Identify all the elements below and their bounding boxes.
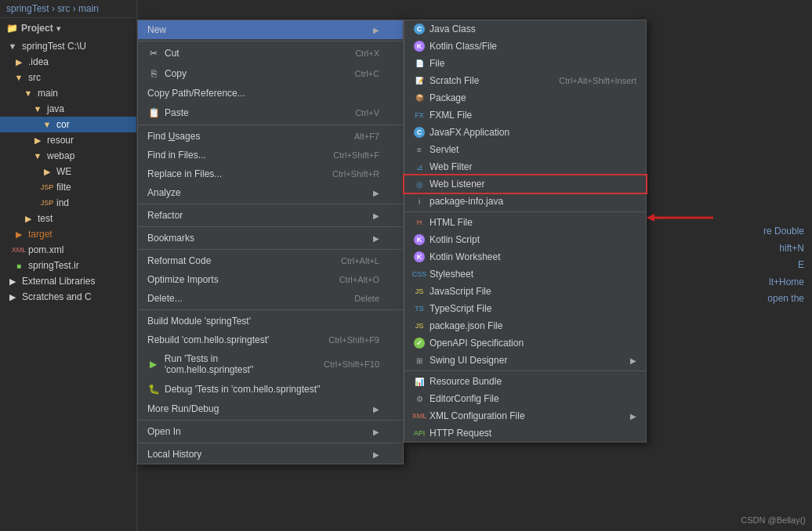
- tree-item-label: WE: [56, 166, 71, 177]
- context-menu-bookmarks[interactable]: Bookmarks ▶: [138, 229, 403, 247]
- context-menu-rebuild[interactable]: Rebuild 'com.hello.springtest' Ctrl+Shif…: [138, 331, 403, 349]
- menu-item-label: 🐛 Debug 'Tests in 'com.hello.springtest'…: [147, 383, 321, 396]
- tree-item-scratches[interactable]: ▶ Scratches and C: [0, 289, 136, 305]
- context-menu-build-module[interactable]: Build Module 'springTest': [138, 312, 403, 331]
- folder-icon: ▼: [13, 71, 25, 84]
- new-xml-config[interactable]: XML XML Configuration File ▶: [404, 407, 646, 424]
- context-menu-replace-files[interactable]: Replace in Files... Ctrl+Shift+R: [138, 164, 403, 183]
- item-left: ✓ OpenAPI Specification: [414, 338, 524, 349]
- new-swing-designer[interactable]: ⊞ Swing UI Designer ▶: [404, 352, 646, 369]
- analyze-label: Analyze: [147, 187, 181, 198]
- menu-item-label: Bookmarks: [147, 233, 194, 244]
- xml-icon: XML: [13, 244, 25, 256]
- file-label: File: [430, 58, 444, 69]
- java-file-icon: JSP: [41, 197, 53, 209]
- new-servlet[interactable]: ≡ Servlet: [404, 141, 646, 158]
- new-ts-file[interactable]: TS TypeScript File: [404, 300, 646, 317]
- tree-item-java[interactable]: ▼ java: [0, 101, 136, 117]
- build-module-label: Build Module 'springTest': [147, 316, 251, 327]
- stylesheet-label: Stylesheet: [430, 269, 473, 280]
- menu-item-label: Open In: [147, 426, 181, 437]
- context-menu-find-usages[interactable]: Find Usages Alt+F7: [138, 127, 403, 146]
- new-scratch-file[interactable]: 📝 Scratch File Ctrl+Alt+Shift+Insert: [404, 72, 646, 89]
- tree-item-external-libraries[interactable]: ▶ External Libraries: [0, 273, 136, 289]
- new-openapi[interactable]: ✓ OpenAPI Specification: [404, 334, 646, 352]
- tree-item-src[interactable]: ▼ src: [0, 70, 136, 85]
- tree-item-ind[interactable]: JSP ind: [0, 195, 136, 211]
- tree-item-filte[interactable]: JSP filte: [0, 179, 136, 195]
- delete-shortcut: Delete: [354, 294, 379, 303]
- tree-item-springtest-ir[interactable]: ■ springTest.ir: [0, 258, 136, 273]
- menu-item-label: Analyze: [147, 187, 181, 198]
- context-menu-cut[interactable]: ✂ Cut Ctrl+X: [138, 43, 403, 63]
- context-menu-analyze[interactable]: Analyze ▶: [138, 183, 403, 202]
- context-menu-new[interactable]: New ▶: [138, 20, 403, 39]
- js-label: JavaScript File: [430, 286, 491, 297]
- context-menu-reformat[interactable]: Reformat Code Ctrl+Alt+L: [138, 251, 403, 270]
- context-menu-paste[interactable]: 📋 Paste Ctrl+V: [138, 103, 403, 123]
- new-http-request[interactable]: API HTTP Request: [404, 424, 646, 442]
- optimize-imports-label: Optimize Imports: [147, 274, 219, 285]
- context-menu-copy-path[interactable]: Copy Path/Reference...: [138, 84, 403, 103]
- new-package[interactable]: 📦 Package: [404, 89, 646, 107]
- tree-item-target[interactable]: ▶ target: [0, 226, 136, 242]
- javafx-icon: C: [414, 127, 425, 138]
- submenu-arrow-icon: ▶: [373, 211, 379, 220]
- paste-shortcut: Ctrl+V: [355, 108, 379, 117]
- context-menu-local-history[interactable]: Local History ▶: [138, 445, 403, 464]
- new-fxml[interactable]: FX FXML File: [404, 107, 646, 124]
- item-left: K Kotlin Class/File: [414, 41, 497, 52]
- new-stylesheet[interactable]: CSS Stylesheet: [404, 266, 646, 283]
- tree-item-label: springTest C:\U: [22, 41, 86, 52]
- new-pkg-json[interactable]: JS package.json File: [404, 317, 646, 334]
- context-menu-refactor[interactable]: Refactor ▶: [138, 206, 403, 225]
- tree-item-springtest[interactable]: ▼ springTest C:\U: [0, 38, 136, 54]
- new-web-filter[interactable]: ⊿ Web Filter: [404, 158, 646, 175]
- tree-item-resour[interactable]: ▶ resour: [0, 132, 136, 148]
- new-package-info[interactable]: i package-info.java: [404, 193, 646, 210]
- tree-item-main[interactable]: ▼ main: [0, 85, 136, 101]
- html-icon: H: [414, 217, 425, 228]
- breadcrumb: springTest › src › main: [0, 0, 136, 18]
- new-java-class[interactable]: C Java Class: [404, 20, 646, 38]
- context-menu-open-in[interactable]: Open In ▶: [138, 422, 403, 441]
- tree-item-label: pom.xml: [28, 244, 63, 255]
- menu-item-label: ⎘ Copy: [147, 67, 187, 80]
- context-menu-copy[interactable]: ⎘ Copy Ctrl+C: [138, 63, 403, 84]
- editorconfig-label: EditorConfig File: [430, 393, 499, 404]
- new-html-file[interactable]: H HTML File: [404, 214, 646, 231]
- new-kotlin-script[interactable]: K Kotlin Script: [404, 231, 646, 248]
- javafx-label: JavaFX Application: [430, 127, 509, 138]
- context-menu-more-run[interactable]: More Run/Debug ▶: [138, 399, 403, 418]
- tree-item-pom[interactable]: XML pom.xml: [0, 242, 136, 258]
- new-js-file[interactable]: JS JavaScript File: [404, 283, 646, 300]
- menu-item-label: ▶ Run 'Tests in 'com.hello.springtest'': [147, 353, 308, 375]
- context-menu-optimize-imports[interactable]: Optimize Imports Ctrl+Alt+O: [138, 270, 403, 289]
- context-menu-debug-tests[interactable]: 🐛 Debug 'Tests in 'com.hello.springtest'…: [138, 379, 403, 399]
- folder-icon: ▼: [22, 87, 34, 99]
- folder-icon: ▼: [31, 103, 44, 115]
- tree-item-idea[interactable]: ▶ .idea: [0, 54, 136, 70]
- new-resource-bundle[interactable]: 📊 Resource Bundle: [404, 373, 646, 390]
- tree-item-webap[interactable]: ▼ webap: [0, 148, 136, 164]
- item-left: 📝 Scratch File: [414, 75, 479, 86]
- tree-item-label: .idea: [28, 56, 49, 67]
- menu-item-label: Refactor: [147, 210, 183, 221]
- new-file[interactable]: 📄 File: [404, 55, 646, 72]
- new-kotlin-worksheet[interactable]: K Kotlin Worksheet: [404, 248, 646, 266]
- separator: [404, 370, 646, 371]
- new-kotlin-class[interactable]: K Kotlin Class/File: [404, 38, 646, 55]
- context-menu-find-files[interactable]: Find in Files... Ctrl+Shift+F: [138, 146, 403, 164]
- context-menu-run-tests[interactable]: ▶ Run 'Tests in 'com.hello.springtest'' …: [138, 349, 403, 379]
- menu-item-label: Local History: [147, 449, 201, 460]
- tree-item-test[interactable]: ▶ test: [0, 211, 136, 226]
- sidebar-project-header[interactable]: 📁 Project ▾: [0, 18, 136, 38]
- kotlin-worksheet-label: Kotlin Worksheet: [430, 251, 501, 262]
- new-web-listener[interactable]: ◎ Web Listener: [404, 175, 646, 193]
- new-javafx[interactable]: C JavaFX Application: [404, 124, 646, 141]
- tree-item-we[interactable]: ▶ WE: [0, 164, 136, 179]
- tree-item-cor[interactable]: ▼ cor: [0, 117, 136, 132]
- optimize-imports-shortcut: Ctrl+Alt+O: [339, 275, 379, 284]
- context-menu-delete[interactable]: Delete... Delete: [138, 289, 403, 308]
- new-editorconfig[interactable]: ⚙ EditorConfig File: [404, 390, 646, 407]
